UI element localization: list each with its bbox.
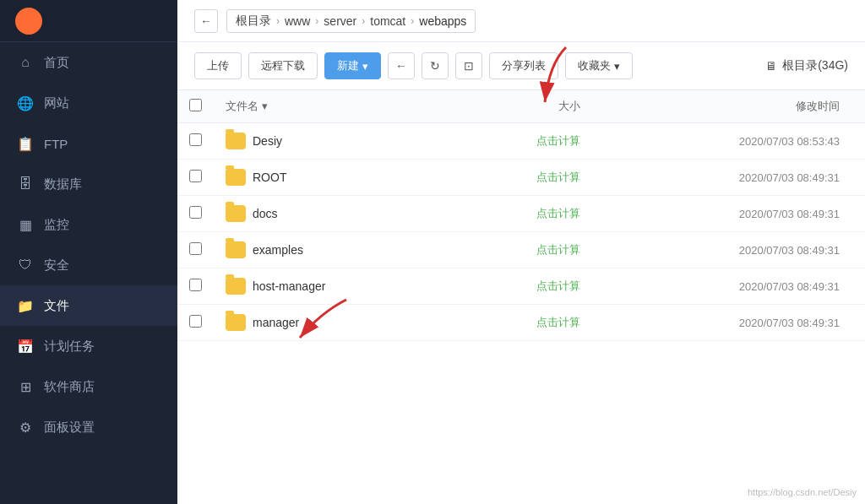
back-button[interactable]: ← (388, 52, 415, 79)
row-modified-cell-3: 2020/07/03 08:49:31 (592, 232, 865, 268)
row-name-cell-2[interactable]: docs (214, 196, 459, 232)
calc-link-2[interactable]: 点击计算 (536, 207, 580, 219)
breadcrumb-bar: ← 根目录›www›server›tomcat›webapps (177, 0, 865, 42)
new-label: 新建 (337, 58, 359, 73)
breadcrumb-item-0[interactable]: 根目录 (236, 14, 271, 29)
calc-link-3[interactable]: 点击计算 (536, 243, 580, 256)
calc-link-5[interactable]: 点击计算 (536, 316, 580, 328)
sidebar-item-settings[interactable]: ⚙ 面板设置 (0, 407, 177, 447)
calc-link-1[interactable]: 点击计算 (536, 171, 580, 183)
sidebar-item-ftp[interactable]: 📋 FTP (0, 123, 177, 164)
file-area: 文件名 ▾ 大小 修改时间 Desiy 点击计算 2020/07/03 08:5… (177, 90, 865, 504)
sidebar-label-file: 文件 (44, 298, 69, 314)
row-name-1: ROOT (253, 171, 286, 184)
upload-button[interactable]: 上传 (194, 52, 242, 79)
folder-icon-5 (226, 314, 246, 331)
row-name-cell-1[interactable]: ROOT (214, 160, 459, 196)
favorites-button[interactable]: 收藏夹 ▾ (565, 52, 633, 79)
breadcrumb-back-button[interactable]: ← (194, 9, 218, 33)
refresh-button[interactable]: ↻ (422, 52, 449, 79)
calc-link-0[interactable]: 点击计算 (536, 134, 580, 147)
table-row: docs 点击计算 2020/07/03 08:49:31 (177, 196, 865, 232)
sidebar-item-security[interactable]: 🛡 安全 (0, 245, 177, 285)
table-row: manager 点击计算 2020/07/03 08:49:31 (177, 305, 865, 341)
remote-download-button[interactable]: 远程下载 (248, 52, 318, 79)
screenshot-button[interactable]: ⊡ (455, 52, 482, 79)
watermark: https://blog.csdn.net/Desiy (748, 487, 857, 497)
folder-icon-1 (226, 169, 246, 186)
sidebar-label-website: 网站 (44, 95, 69, 111)
sidebar-item-database[interactable]: 🗄 数据库 (0, 164, 177, 204)
row-checkbox-5[interactable] (189, 315, 202, 328)
home-icon: ⌂ (17, 54, 34, 71)
breadcrumb-sep-0: › (276, 15, 280, 27)
sidebar-nav: ⌂ 首页 🌐 网站 📋 FTP 🗄 数据库 ▦ 监控 🛡 安全 📁 文件 📅 计… (0, 42, 177, 504)
appstore-icon: ⊞ (17, 378, 34, 395)
row-size-cell-0[interactable]: 点击计算 (459, 123, 592, 160)
settings-icon: ⚙ (17, 419, 34, 436)
sidebar-label-home: 首页 (44, 55, 69, 71)
select-all-checkbox[interactable] (189, 99, 202, 111)
breadcrumb-item-4[interactable]: webapps (419, 14, 466, 28)
row-size-cell-2[interactable]: 点击计算 (459, 196, 592, 232)
row-checkbox-cell-4 (177, 268, 214, 305)
file-icon: 📁 (17, 297, 34, 314)
row-checkbox-0[interactable] (189, 133, 202, 146)
sidebar-item-home[interactable]: ⌂ 首页 (0, 42, 177, 83)
sidebar-label-appstore: 软件商店 (44, 379, 95, 395)
row-checkbox-cell-5 (177, 305, 214, 341)
row-size-cell-5[interactable]: 点击计算 (459, 305, 592, 341)
logo-icon (15, 8, 42, 35)
row-checkbox-cell-0 (177, 123, 214, 160)
row-name-cell-5[interactable]: manager (214, 305, 459, 341)
sidebar-label-settings: 面板设置 (44, 420, 95, 436)
sidebar-item-file[interactable]: 📁 文件 (0, 285, 177, 326)
disk-info: 🖥 根目录(34G) (765, 58, 848, 73)
sidebar-item-appstore[interactable]: ⊞ 软件商店 (0, 366, 177, 407)
th-checkbox (177, 90, 214, 123)
row-checkbox-4[interactable] (189, 279, 202, 291)
row-size-cell-4[interactable]: 点击计算 (459, 268, 592, 305)
row-checkbox-3[interactable] (189, 242, 202, 255)
table-row: Desiy 点击计算 2020/07/03 08:53:43 (177, 123, 865, 160)
row-checkbox-cell-1 (177, 160, 214, 196)
row-size-cell-1[interactable]: 点击计算 (459, 160, 592, 196)
row-size-cell-3[interactable]: 点击计算 (459, 232, 592, 268)
table-row: host-manager 点击计算 2020/07/03 08:49:31 (177, 268, 865, 305)
row-checkbox-2[interactable] (189, 206, 202, 219)
breadcrumb-sep-2: › (362, 15, 365, 27)
row-name-cell-0[interactable]: Desiy (214, 123, 459, 160)
th-size: 大小 (459, 90, 592, 123)
sidebar-item-website[interactable]: 🌐 网站 (0, 83, 177, 123)
share-list-button[interactable]: 分享列表 (489, 52, 558, 79)
breadcrumb-item-2[interactable]: server (324, 14, 356, 28)
new-button[interactable]: 新建 ▾ (324, 52, 381, 79)
favorites-dropdown-icon: ▾ (614, 60, 620, 73)
sidebar-item-tasks[interactable]: 📅 计划任务 (0, 326, 177, 366)
file-table: 文件名 ▾ 大小 修改时间 Desiy 点击计算 2020/07/03 08:5… (177, 90, 865, 341)
calc-link-4[interactable]: 点击计算 (536, 279, 580, 292)
sidebar-item-monitor[interactable]: ▦ 监控 (0, 204, 177, 245)
breadcrumb-item-1[interactable]: www (285, 14, 310, 28)
sidebar-logo (0, 0, 177, 42)
sidebar-label-database: 数据库 (44, 176, 82, 192)
th-name[interactable]: 文件名 ▾ (214, 90, 459, 123)
row-modified-cell-4: 2020/07/03 08:49:31 (592, 268, 865, 305)
table-row: ROOT 点击计算 2020/07/03 08:49:31 (177, 160, 865, 196)
breadcrumb-item-3[interactable]: tomcat (370, 14, 405, 28)
row-name-cell-4[interactable]: host-manager (214, 268, 459, 305)
database-icon: 🗄 (17, 176, 34, 192)
folder-icon-4 (226, 278, 246, 295)
table-header-row: 文件名 ▾ 大小 修改时间 (177, 90, 865, 123)
row-checkbox-1[interactable] (189, 170, 202, 182)
th-modified: 修改时间 (592, 90, 865, 123)
row-name-cell-3[interactable]: examples (214, 232, 459, 268)
row-name-4: host-manager (253, 279, 325, 293)
ftp-icon: 📋 (17, 135, 34, 152)
row-checkbox-cell-2 (177, 196, 214, 232)
row-checkbox-cell-3 (177, 232, 214, 268)
breadcrumb-sep-1: › (315, 15, 318, 27)
sidebar-label-tasks: 计划任务 (44, 339, 95, 355)
row-name-0: Desiy (253, 134, 282, 148)
row-name-3: examples (253, 243, 303, 257)
